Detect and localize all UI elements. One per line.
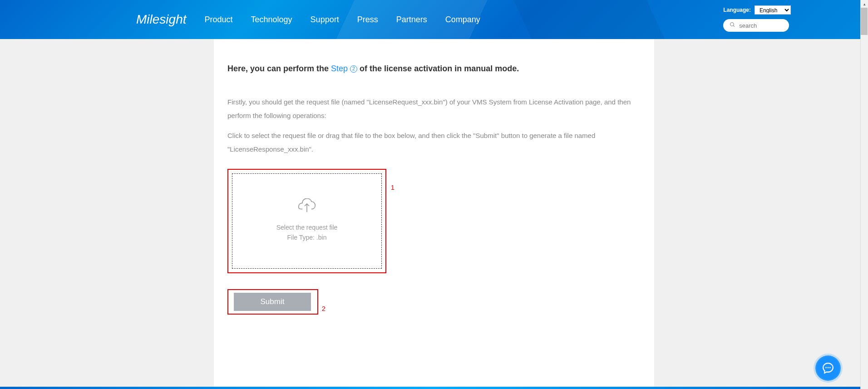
scroll-up-icon[interactable]: ▴ [861,0,868,8]
footer-accent [0,387,868,389]
site-header: Milesight Product Technology Support Pre… [0,0,868,39]
upload-text-2: File Type: .bin [287,234,327,241]
upload-text-1: Select the request file [276,224,338,231]
heading-prefix: Here, you can perform the [227,64,331,73]
annotation-box-2: 2 Submit [227,289,318,315]
annotation-label-2: 2 [322,305,326,312]
nav-partners[interactable]: Partners [396,15,427,25]
search-box[interactable] [723,19,789,32]
instruction-1: Firstly, you should get the request file… [227,95,641,123]
language-label: Language: [723,7,751,13]
submit-button[interactable]: Submit [234,293,311,311]
language-select[interactable]: English [755,5,791,15]
instructions: Firstly, you should get the request file… [227,95,641,156]
annotation-box-1: 1 Select the request file File Type: .bi… [227,169,386,273]
heading-step-link[interactable]: Step 2 [331,64,357,73]
page-heading: Here, you can perform the Step 2 of the … [227,64,641,74]
header-controls: Language: English [723,5,791,32]
svg-point-5 [829,367,831,369]
nav-company[interactable]: Company [445,15,480,25]
logo[interactable]: Milesight [136,12,186,27]
svg-point-0 [730,23,734,26]
instruction-2: Click to select the request file or drag… [227,129,641,156]
heading-suffix: of the license activation in manual mode… [357,64,519,73]
svg-line-1 [733,25,735,27]
search-icon [730,22,735,29]
main-content: Here, you can perform the Step 2 of the … [214,39,654,389]
main-nav: Product Technology Support Press Partner… [204,15,480,25]
scrollbar-thumb[interactable] [861,8,868,35]
chat-icon [822,362,834,374]
nav-support[interactable]: Support [311,15,339,25]
search-input[interactable] [739,22,784,29]
svg-point-4 [828,367,829,369]
upload-cloud-icon [298,198,316,216]
nav-technology[interactable]: Technology [251,15,292,25]
svg-point-3 [825,367,827,369]
file-dropzone[interactable]: Select the request file File Type: .bin [232,173,382,269]
scrollbar[interactable]: ▴ [860,0,868,389]
annotation-label-1: 1 [391,183,395,191]
nav-press[interactable]: Press [357,15,378,25]
nav-product[interactable]: Product [204,15,232,25]
chat-widget-button[interactable] [815,355,841,381]
